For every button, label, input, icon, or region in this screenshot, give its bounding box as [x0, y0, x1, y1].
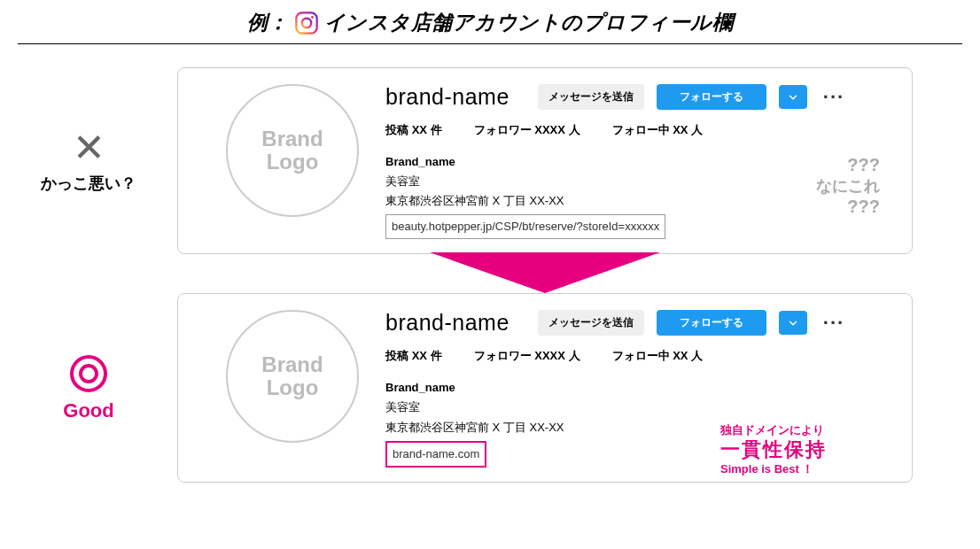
stats-row: 投稿 XX 件 フォロワー XXXX 人 フォロー中 XX 人: [385, 122, 891, 138]
svg-point-4: [72, 357, 105, 390]
bad-caption: かっこ悪い？: [0, 173, 177, 194]
avatar[interactable]: Brand Logo: [226, 310, 359, 443]
good-annotation: 独自ドメインにより 一貫性保持 Simple is Best ！: [720, 423, 827, 476]
bio-name: Brand_name: [385, 152, 891, 172]
svg-rect-0: [296, 12, 316, 33]
message-button[interactable]: メッセージを送信: [538, 310, 644, 336]
bio-name: Brand_name: [385, 378, 891, 398]
profile-content: brand-name メッセージを送信 フォローする ··· 投稿 XX 件 フ…: [385, 84, 891, 239]
arrow-down-icon: [430, 252, 660, 297]
stat-following[interactable]: フォロー中 XX 人: [612, 348, 704, 364]
good-caption: Good: [0, 399, 177, 422]
more-icon[interactable]: ···: [823, 312, 844, 335]
stat-followers[interactable]: フォロワー XXXX 人: [474, 122, 580, 138]
page-title-row: 例： インスタ店舗アカウントのプロフィール欄: [18, 0, 962, 44]
arrow-down: [177, 254, 913, 293]
stat-following[interactable]: フォロー中 XX 人: [612, 122, 704, 138]
avatar-text-2: Logo: [267, 376, 319, 399]
title-prefix: 例：: [247, 9, 289, 36]
follow-button[interactable]: フォローする: [657, 310, 766, 336]
annotation-line: なにこれ: [816, 175, 880, 197]
bad-label: ✕ かっこ悪い？: [0, 128, 177, 194]
good-label: Good: [0, 353, 177, 422]
header-row: brand-name メッセージを送信 フォローする ···: [385, 310, 891, 336]
title-text: インスタ店舗アカウントのプロフィール欄: [324, 9, 734, 36]
bad-annotation: ??? なにこれ ???: [816, 155, 880, 217]
bio: Brand_name 美容室 東京都渋谷区神宮前 X 丁目 XX-XX beau…: [385, 152, 891, 239]
bad-section: ✕ かっこ悪い？ Brand Logo brand-name メッセージを送信 …: [0, 67, 980, 254]
annotation-q2: ???: [816, 197, 880, 217]
double-circle-icon: [0, 353, 177, 398]
good-annot-3: Simple is Best ！: [720, 462, 827, 476]
message-button[interactable]: メッセージを送信: [538, 84, 644, 110]
chevron-down-icon: [787, 91, 799, 104]
svg-point-2: [311, 16, 314, 19]
bio-address: 東京都渋谷区神宮前 X 丁目 XX-XX: [385, 191, 891, 211]
instagram-icon: [294, 11, 319, 35]
svg-marker-3: [430, 252, 660, 293]
stats-row: 投稿 XX 件 フォロワー XXXX 人 フォロー中 XX 人: [385, 348, 891, 364]
good-annot-1: 独自ドメインにより: [720, 423, 827, 437]
more-icon[interactable]: ···: [823, 86, 844, 109]
bio-link-bad[interactable]: beauty.hotpepper.jp/CSP/bt/reserve/?stor…: [385, 214, 665, 239]
good-annot-2: 一貫性保持: [720, 437, 827, 462]
follow-button[interactable]: フォローする: [657, 84, 766, 110]
svg-point-1: [302, 18, 312, 27]
annotation-q1: ???: [816, 155, 880, 175]
profile-card-good: Brand Logo brand-name メッセージを送信 フォローする ··…: [177, 293, 913, 482]
suggestions-button[interactable]: [779, 311, 807, 335]
svg-point-5: [81, 366, 97, 382]
bio-category: 美容室: [385, 172, 891, 191]
good-section: Good Brand Logo brand-name メッセージを送信 フォロー…: [0, 293, 980, 482]
header-row: brand-name メッセージを送信 フォローする ···: [385, 84, 891, 110]
handle: brand-name: [385, 310, 509, 336]
bio-category: 美容室: [385, 398, 891, 417]
profile-card-bad: Brand Logo brand-name メッセージを送信 フォローする ··…: [177, 67, 913, 254]
stat-followers[interactable]: フォロワー XXXX 人: [474, 348, 580, 364]
avatar-text-2: Logo: [267, 151, 319, 174]
avatar[interactable]: Brand Logo: [226, 84, 359, 217]
avatar-text-1: Brand: [261, 353, 323, 376]
suggestions-button[interactable]: [779, 85, 807, 109]
handle: brand-name: [385, 84, 509, 110]
x-icon: ✕: [0, 128, 177, 167]
stat-posts[interactable]: 投稿 XX 件: [385, 122, 442, 138]
bio-link-good[interactable]: brand-name.com: [385, 441, 486, 468]
avatar-text-1: Brand: [261, 128, 323, 151]
stat-posts[interactable]: 投稿 XX 件: [385, 348, 442, 364]
chevron-down-icon: [787, 317, 799, 329]
